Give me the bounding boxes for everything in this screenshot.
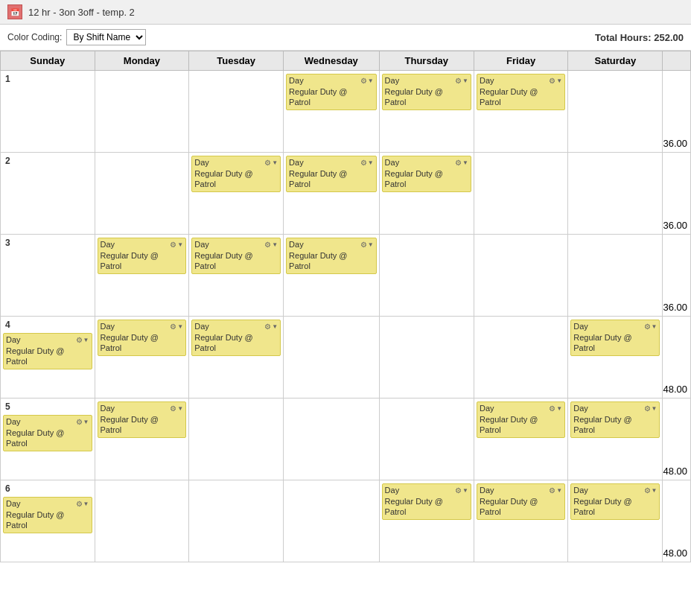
shift-card-w3-d1-s0: Day⚙▼Regular Duty @ Patrol — [98, 238, 187, 274]
shift-controls[interactable]: ⚙▼ — [455, 486, 468, 495]
calendar-body: 1Day⚙▼Regular Duty @ PatrolDay⚙▼Regular … — [1, 71, 691, 562]
shift-card-w4-d1-s0: Day⚙▼Regular Duty @ Patrol — [98, 320, 187, 356]
shift-controls[interactable]: ⚙▼ — [549, 486, 562, 495]
shift-controls[interactable]: ⚙▼ — [264, 159, 278, 167]
total-hours-value: 252.00 — [654, 32, 684, 43]
day-cell-w6-d1 — [95, 480, 189, 562]
day-cell-w4-d3 — [284, 317, 380, 399]
day-cell-w5-d2 — [189, 399, 284, 480]
dropdown-arrow-icon[interactable]: ▼ — [272, 159, 278, 166]
gear-icon[interactable]: ⚙ — [549, 404, 555, 413]
shift-controls[interactable]: ⚙▼ — [549, 77, 562, 85]
dropdown-arrow-icon[interactable]: ▼ — [462, 77, 468, 84]
shift-header: Day⚙▼ — [573, 404, 657, 413]
shift-controls[interactable]: ⚙▼ — [264, 323, 278, 331]
shift-card-w2-d4-s0: Day⚙▼Regular Duty @ Patrol — [382, 156, 471, 192]
day-cell-w5-d6: Day⚙▼Regular Duty @ Patrol — [568, 399, 663, 480]
gear-icon[interactable]: ⚙ — [360, 241, 367, 249]
gear-icon[interactable]: ⚙ — [549, 486, 555, 495]
dropdown-arrow-icon[interactable]: ▼ — [368, 241, 374, 248]
shift-controls[interactable]: ⚙▼ — [644, 404, 657, 413]
dropdown-arrow-icon[interactable]: ▼ — [556, 487, 562, 494]
shift-card-w4-d2-s0: Day⚙▼Regular Duty @ Patrol — [191, 320, 281, 356]
shift-controls[interactable]: ⚙▼ — [76, 418, 89, 426]
dropdown-arrow-icon[interactable]: ▼ — [368, 77, 374, 84]
gear-icon[interactable]: ⚙ — [264, 159, 271, 167]
shift-controls[interactable]: ⚙▼ — [360, 241, 374, 249]
gear-icon[interactable]: ⚙ — [264, 323, 271, 331]
shift-controls[interactable]: ⚙▼ — [455, 159, 468, 167]
dropdown-arrow-icon[interactable]: ▼ — [556, 77, 562, 84]
shift-controls[interactable]: ⚙▼ — [644, 486, 657, 495]
shift-controls[interactable]: ⚙▼ — [76, 336, 89, 344]
dropdown-arrow-icon[interactable]: ▼ — [652, 405, 657, 412]
shift-header: Day⚙▼ — [194, 158, 278, 167]
gear-icon[interactable]: ⚙ — [264, 241, 271, 249]
shift-controls[interactable]: ⚙▼ — [549, 404, 562, 413]
shift-controls[interactable]: ⚙▼ — [170, 404, 183, 413]
col-header-saturday: Saturday — [568, 51, 663, 71]
gear-icon[interactable]: ⚙ — [76, 500, 83, 508]
day-cell-w3-d1: Day⚙▼Regular Duty @ Patrol — [95, 235, 189, 317]
gear-icon[interactable]: ⚙ — [455, 77, 462, 85]
day-cell-w2-d4: Day⚙▼Regular Duty @ Patrol — [379, 153, 474, 235]
shift-card-w6-d0-s0: Day⚙▼Regular Duty @ Patrol — [3, 497, 92, 533]
shift-header: Day⚙▼ — [289, 158, 374, 167]
shift-controls[interactable]: ⚙▼ — [360, 159, 374, 167]
gear-icon[interactable]: ⚙ — [644, 486, 651, 495]
shift-controls[interactable]: ⚙▼ — [455, 77, 468, 85]
dropdown-arrow-icon[interactable]: ▼ — [272, 323, 278, 330]
gear-icon[interactable]: ⚙ — [644, 404, 651, 413]
dropdown-arrow-icon[interactable]: ▼ — [83, 501, 89, 507]
col-header-tuesday: Tuesday — [189, 51, 284, 71]
dropdown-arrow-icon[interactable]: ▼ — [177, 241, 183, 248]
shift-header: Day⚙▼ — [573, 322, 657, 331]
row-total-w5: 48.00 — [663, 399, 691, 480]
shift-controls[interactable]: ⚙▼ — [360, 77, 374, 85]
shift-name: Day — [480, 486, 494, 495]
gear-icon[interactable]: ⚙ — [170, 404, 176, 413]
dropdown-arrow-icon[interactable]: ▼ — [462, 159, 468, 166]
dropdown-arrow-icon[interactable]: ▼ — [272, 241, 278, 248]
shift-header: Day⚙▼ — [385, 486, 468, 495]
gear-icon[interactable]: ⚙ — [360, 159, 367, 167]
color-coding-select[interactable]: By Shift NameBy PositionBy Employee — [66, 29, 146, 45]
dropdown-arrow-icon[interactable]: ▼ — [177, 405, 183, 412]
gear-icon[interactable]: ⚙ — [170, 241, 176, 249]
day-cell-w2-d3: Day⚙▼Regular Duty @ Patrol — [284, 153, 380, 235]
shift-controls[interactable]: ⚙▼ — [170, 323, 183, 331]
gear-icon[interactable]: ⚙ — [170, 323, 176, 331]
dropdown-arrow-icon[interactable]: ▼ — [368, 159, 374, 166]
shift-header: Day⚙▼ — [289, 76, 374, 85]
gear-icon[interactable]: ⚙ — [455, 486, 462, 495]
dropdown-arrow-icon[interactable]: ▼ — [177, 323, 183, 330]
gear-icon[interactable]: ⚙ — [76, 336, 83, 344]
row-total-w3: 36.00 — [663, 235, 691, 317]
dropdown-arrow-icon[interactable]: ▼ — [652, 323, 657, 330]
shift-controls[interactable]: ⚙▼ — [170, 241, 183, 249]
day-cell-w5-d3 — [284, 399, 380, 480]
gear-icon[interactable]: ⚙ — [644, 323, 651, 331]
gear-icon[interactable]: ⚙ — [76, 418, 83, 426]
dropdown-arrow-icon[interactable]: ▼ — [83, 337, 89, 343]
day-cell-w3-d5 — [474, 235, 568, 317]
shift-controls[interactable]: ⚙▼ — [644, 323, 657, 331]
shift-detail: Regular Duty @ Patrol — [573, 332, 657, 354]
shift-card-w5-d6-s0: Day⚙▼Regular Duty @ Patrol — [570, 401, 660, 438]
shift-controls[interactable]: ⚙▼ — [76, 500, 89, 508]
day-cell-w5-d0: 5Day⚙▼Regular Duty @ Patrol — [1, 399, 95, 480]
dropdown-arrow-icon[interactable]: ▼ — [652, 487, 657, 494]
dropdown-arrow-icon[interactable]: ▼ — [462, 487, 468, 494]
shift-controls[interactable]: ⚙▼ — [264, 241, 278, 249]
gear-icon[interactable]: ⚙ — [360, 77, 367, 85]
shift-detail: Regular Duty @ Patrol — [573, 496, 657, 518]
gear-icon[interactable]: ⚙ — [549, 77, 555, 85]
day-cell-w4-d5 — [474, 317, 568, 399]
shift-detail: Regular Duty @ Patrol — [194, 250, 278, 272]
gear-icon[interactable]: ⚙ — [455, 159, 462, 167]
week-number-1: 1 — [2, 72, 93, 86]
dropdown-arrow-icon[interactable]: ▼ — [556, 405, 562, 412]
dropdown-arrow-icon[interactable]: ▼ — [83, 419, 89, 425]
shift-header: Day⚙▼ — [194, 240, 278, 249]
shift-detail: Regular Duty @ Patrol — [101, 414, 184, 436]
